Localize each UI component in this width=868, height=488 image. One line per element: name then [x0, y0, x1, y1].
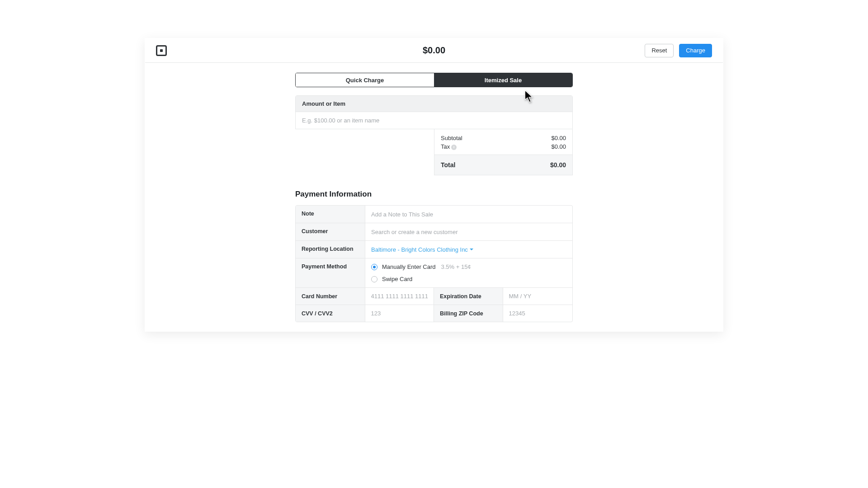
- manual-card-fee: 3.5% + 15¢: [441, 263, 471, 270]
- mode-tabs: Quick Charge Itemized Sale: [295, 73, 573, 87]
- radio-manual-card[interactable]: Manually Enter Card 3.5% + 15¢: [371, 263, 566, 270]
- swipe-card-label: Swipe Card: [382, 276, 412, 282]
- header-buttons: Reset Charge: [645, 44, 712, 57]
- info-icon[interactable]: i: [451, 145, 457, 150]
- radio-icon: [371, 276, 377, 282]
- charge-button[interactable]: Charge: [679, 44, 712, 57]
- header-amount: $0.00: [423, 45, 445, 56]
- tax-label: Taxi: [441, 143, 457, 150]
- subtotal-value: $0.00: [551, 135, 566, 141]
- amount-input[interactable]: [296, 112, 572, 129]
- chevron-down-icon: [470, 249, 473, 250]
- total-value: $0.00: [550, 161, 566, 169]
- expiration-label: Expiration Date: [434, 288, 503, 305]
- note-input[interactable]: [371, 206, 566, 223]
- payment-method-label: Payment Method: [296, 258, 365, 287]
- summary-total-row: Total $0.00: [434, 155, 572, 175]
- customer-label: Customer: [296, 223, 365, 240]
- tab-itemized-sale[interactable]: Itemized Sale: [434, 73, 572, 87]
- square-logo-icon: [156, 45, 167, 56]
- expiration-input[interactable]: [509, 288, 567, 305]
- radio-icon: [371, 264, 377, 270]
- logo-wrap: [156, 45, 167, 56]
- location-label: Reporting Location: [296, 241, 365, 258]
- total-label: Total: [441, 161, 455, 169]
- amount-section: Amount or Item: [295, 95, 573, 129]
- app-window: $0.00 Reset Charge Quick Charge Itemized…: [145, 38, 723, 332]
- summary-box: Subtotal $0.00 Taxi $0.00 Total $0.00: [434, 129, 573, 175]
- subtotal-label: Subtotal: [441, 135, 462, 141]
- cvv-input[interactable]: [371, 305, 428, 322]
- note-label: Note: [296, 206, 365, 223]
- main-content: Quick Charge Itemized Sale Amount or Ite…: [295, 73, 573, 322]
- location-dropdown[interactable]: Baltimore - Bright Colors Clothing Inc: [371, 246, 473, 253]
- summary-subtotal-section: Subtotal $0.00 Taxi $0.00: [434, 129, 572, 155]
- manual-card-label: Manually Enter Card: [382, 263, 436, 270]
- radio-swipe-card[interactable]: Swipe Card: [371, 276, 566, 282]
- zip-label: Billing ZIP Code: [434, 305, 503, 322]
- cvv-label: CVV / CVV2: [296, 305, 365, 322]
- location-value: Baltimore - Bright Colors Clothing Inc: [371, 246, 468, 253]
- payment-info-title: Payment Information: [295, 190, 573, 199]
- card-number-label: Card Number: [296, 288, 365, 305]
- payment-form: Note Customer Reporting Location Baltimo…: [295, 205, 573, 322]
- tab-quick-charge[interactable]: Quick Charge: [296, 73, 434, 87]
- card-number-input[interactable]: [371, 288, 428, 305]
- amount-header-label: Amount or Item: [296, 96, 572, 112]
- zip-input[interactable]: [509, 305, 567, 322]
- payment-methods: Manually Enter Card 3.5% + 15¢ Swipe Car…: [365, 258, 572, 287]
- tax-value: $0.00: [551, 143, 566, 150]
- header-bar: $0.00 Reset Charge: [145, 38, 723, 63]
- reset-button[interactable]: Reset: [645, 44, 674, 57]
- customer-input[interactable]: [371, 224, 566, 240]
